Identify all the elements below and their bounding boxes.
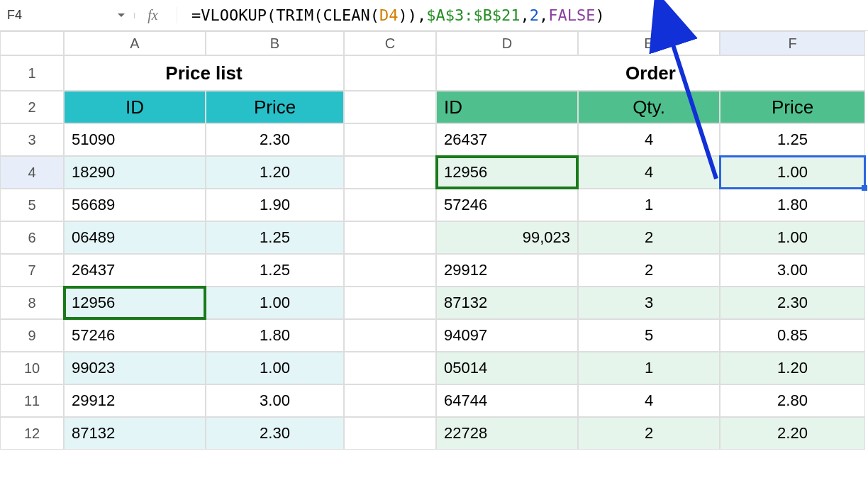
cell-B7[interactable]: 1.25 — [206, 254, 344, 287]
cell-B4[interactable]: 1.20 — [206, 156, 344, 189]
cell-D12[interactable]: 22728 — [436, 417, 578, 450]
cell-A3[interactable]: 51090 — [64, 123, 206, 156]
cell-A4[interactable]: 18290 — [64, 156, 206, 189]
row-header-7[interactable]: 7 — [0, 254, 64, 287]
header-qty-e[interactable]: Qty. — [578, 91, 720, 123]
cell-E5[interactable]: 1 — [578, 189, 720, 221]
cell-F10[interactable]: 1.20 — [720, 352, 865, 384]
cell-D3[interactable]: 26437 — [436, 123, 578, 156]
cell-A10[interactable]: 99023 — [64, 352, 206, 384]
cell-E3[interactable]: 4 — [578, 123, 720, 156]
col-header-D[interactable]: D — [436, 31, 578, 55]
cell-C4[interactable] — [344, 156, 436, 189]
cell-C7[interactable] — [344, 254, 436, 287]
cell-D5[interactable]: 57246 — [436, 189, 578, 221]
cell-D8[interactable]: 87132 — [436, 287, 578, 319]
title-order[interactable]: Order — [436, 55, 865, 91]
cell-B9[interactable]: 1.80 — [206, 319, 344, 352]
header-id-d[interactable]: ID — [436, 91, 578, 123]
cell-F11[interactable]: 2.80 — [720, 384, 865, 417]
row-header-5[interactable]: 5 — [0, 189, 64, 221]
select-all-corner[interactable] — [0, 31, 64, 55]
cell-B3[interactable]: 2.30 — [206, 123, 344, 156]
cell-F7[interactable]: 3.00 — [720, 254, 865, 287]
cell-F12[interactable]: 2.20 — [720, 417, 865, 450]
formula-input[interactable]: =VLOOKUP(TRIM(CLEAN(D4)),$A$3:$B$21,2,FA… — [177, 6, 868, 24]
row-header-3[interactable]: 3 — [0, 123, 64, 156]
cell-E7[interactable]: 2 — [578, 254, 720, 287]
cell-C1[interactable] — [344, 55, 436, 91]
cell-F6[interactable]: 1.00 — [720, 221, 865, 254]
cell-D6[interactable]: 99,023 — [436, 221, 578, 254]
header-id-a[interactable]: ID — [64, 91, 206, 123]
header-price-b[interactable]: Price — [206, 91, 344, 123]
row-header-11[interactable]: 11 — [0, 384, 64, 417]
cell-C9[interactable] — [344, 319, 436, 352]
row-header-6[interactable]: 6 — [0, 221, 64, 254]
row-header-4[interactable]: 4 — [0, 156, 64, 189]
col-header-C[interactable]: C — [344, 31, 436, 55]
title-price-list[interactable]: Price list — [64, 55, 344, 91]
cell-B10[interactable]: 1.00 — [206, 352, 344, 384]
name-box[interactable]: F4 — [0, 8, 64, 23]
cell-F3[interactable]: 1.25 — [720, 123, 865, 156]
cell-A9[interactable]: 57246 — [64, 319, 206, 352]
cell-A6[interactable]: 06489 — [64, 221, 206, 254]
cell-E6[interactable]: 2 — [578, 221, 720, 254]
spreadsheet-grid[interactable]: A B C D E F 1 Price list Order 2 ID Pric… — [0, 31, 868, 450]
header-price-f[interactable]: Price — [720, 91, 865, 123]
cell-D10[interactable]: 05014 — [436, 352, 578, 384]
cell-F9[interactable]: 0.85 — [720, 319, 865, 352]
cell-E10[interactable]: 1 — [578, 352, 720, 384]
cell-F5[interactable]: 1.80 — [720, 189, 865, 221]
row-header-1[interactable]: 1 — [0, 55, 64, 91]
cell-E11[interactable]: 4 — [578, 384, 720, 417]
cell-A11[interactable]: 29912 — [64, 384, 206, 417]
col-header-A[interactable]: A — [64, 31, 206, 55]
row-header-12[interactable]: 12 — [0, 417, 64, 450]
cell-C5[interactable] — [344, 189, 436, 221]
cell-D7[interactable]: 29912 — [436, 254, 578, 287]
cell-E8[interactable]: 3 — [578, 287, 720, 319]
cell-A8[interactable]: 12956 — [64, 287, 206, 319]
cell-B12[interactable]: 2.30 — [206, 417, 344, 450]
cell-C8[interactable] — [344, 287, 436, 319]
row-header-2[interactable]: 2 — [0, 91, 64, 123]
row-header-10[interactable]: 10 — [0, 352, 64, 384]
cell-F4[interactable]: 1.00 — [720, 156, 865, 189]
cell-F8[interactable]: 2.30 — [720, 287, 865, 319]
cell-C3[interactable] — [344, 123, 436, 156]
cell-C12[interactable] — [344, 417, 436, 450]
fx-icon: fx — [135, 7, 177, 23]
cell-C6[interactable] — [344, 221, 436, 254]
col-header-B[interactable]: B — [206, 31, 344, 55]
row-header-9[interactable]: 9 — [0, 319, 64, 352]
row-header-8[interactable]: 8 — [0, 287, 64, 319]
cell-C2[interactable] — [344, 91, 436, 123]
cell-E9[interactable]: 5 — [578, 319, 720, 352]
cell-D9[interactable]: 94097 — [436, 319, 578, 352]
cell-D4[interactable]: 12956 — [436, 156, 578, 189]
cell-E12[interactable]: 2 — [578, 417, 720, 450]
cell-B11[interactable]: 3.00 — [206, 384, 344, 417]
col-header-F[interactable]: F — [720, 31, 865, 55]
formula-bar: F4 fx =VLOOKUP(TRIM(CLEAN(D4)),$A$3:$B$2… — [0, 0, 868, 31]
cell-E4[interactable]: 4 — [578, 156, 720, 189]
cell-A12[interactable]: 87132 — [64, 417, 206, 450]
cell-C11[interactable] — [344, 384, 436, 417]
col-header-E[interactable]: E — [578, 31, 720, 55]
cell-B6[interactable]: 1.25 — [206, 221, 344, 254]
cell-C10[interactable] — [344, 352, 436, 384]
cell-D11[interactable]: 64744 — [436, 384, 578, 417]
name-box-dropdown-icon[interactable] — [64, 13, 135, 18]
cell-B8[interactable]: 1.00 — [206, 287, 344, 319]
cell-B5[interactable]: 1.90 — [206, 189, 344, 221]
selection-handle[interactable] — [862, 185, 867, 191]
cell-A7[interactable]: 26437 — [64, 254, 206, 287]
cell-A5[interactable]: 56689 — [64, 189, 206, 221]
